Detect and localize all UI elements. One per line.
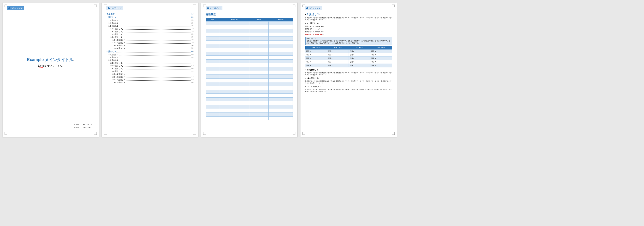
toc-entry[interactable]: 1.3.4.2 見出し 43↵: [106, 42, 194, 44]
page-3-history: Tのジレンマ 更新履歴 版数更新年月日更新者更新箇所: [201, 3, 297, 137]
table-row: [206, 22, 293, 25]
title-box: Example メインタイトル Exmple サブタイトル: [7, 51, 94, 74]
table-row: [206, 48, 293, 52]
heading-1: 1 見出し 1: [305, 13, 392, 16]
toc-entry[interactable]: 1.3.4.4 見出し 43↵: [106, 47, 194, 50]
logo-icon: [108, 7, 110, 9]
header-brand: Tのジレンマ: [206, 6, 222, 10]
page-number: 1: [149, 133, 150, 134]
toc-entry[interactable]: 2.3.4.2 見出し 44↵: [106, 76, 194, 78]
meta-table: 作成者T-のジレンマ 作成日2020.10.31: [72, 123, 94, 129]
toc-entry[interactable]: 2 見出し 14↵: [106, 50, 194, 53]
table-row: 項目 1項目 1項目 1項目 1: [305, 49, 392, 53]
toc-entry[interactable]: 更新履歴1↵: [106, 13, 194, 15]
sub-title: Exmple サブタイトル: [10, 64, 91, 68]
table-row: [206, 117, 293, 120]
toc-entry[interactable]: 1.3.2 見出し 32↵: [106, 30, 194, 33]
toc-entry[interactable]: 2.3 見出し 24↵: [106, 59, 194, 62]
table-row: [206, 79, 293, 82]
table-row: [206, 56, 293, 60]
toc-entry[interactable]: 1.3 見出し 22↵: [106, 25, 194, 27]
header-brand: Tのジレンマ: [106, 6, 123, 10]
toc-entry[interactable]: 1.3.4.1 見出し 42↵: [106, 39, 194, 41]
table-header: タイトル 2: [327, 46, 349, 50]
toc-entry[interactable]: 2.3.1 見出し 34↵: [106, 62, 194, 64]
table-row: [206, 82, 293, 86]
item-table: タイトル 1タイトル 2タイトル 3タイトル 4 項目 1項目 1項目 1項目 …: [305, 46, 392, 67]
toc-entry[interactable]: 2.2 見出し 24↵: [106, 56, 194, 59]
table-row: [206, 63, 293, 67]
table-row: [206, 98, 293, 101]
strong-text: 強調テキスト strong text: [305, 33, 392, 36]
toc-entry[interactable]: 2.3.2 見出し 34↵: [106, 65, 194, 67]
main-title: Example メインタイトル: [10, 57, 91, 63]
table-row: [206, 71, 293, 75]
toc-entry[interactable]: 2.3.3 見出し 34↵: [106, 67, 194, 70]
header-brand: Tのジレンマ: [7, 6, 24, 10]
table-row: [206, 101, 293, 105]
table-row: [206, 86, 293, 90]
toc-entry[interactable]: 2.1 見出し 24↵: [106, 53, 194, 56]
table-row: [206, 113, 293, 117]
table-header: 更新年月日: [220, 18, 249, 22]
table-row: [206, 60, 293, 63]
table-header: タイトル 3: [349, 46, 370, 50]
toc-entry[interactable]: 1 見出し 12↵: [106, 16, 194, 19]
table-row: 項目 3項目 3項目 3項目 3: [305, 56, 392, 60]
toc-entry[interactable]: 2.3.4.4 見出し 44↵: [106, 81, 194, 84]
page-1-cover: Tのジレンマ Example メインタイトル Exmple サブタイトル 作成者…: [3, 3, 99, 137]
toc-entry[interactable]: 1.3.4.3 見出し 43↵: [106, 44, 194, 47]
body-text: 日本語テストテキスト日本語テストテキスト日本語テストテキスト日本語テストテキスト…: [305, 80, 392, 84]
table-row: [206, 44, 293, 48]
logo-icon: [306, 7, 308, 9]
table-header: 更新者: [249, 18, 268, 22]
body-text: 日本語テストテキスト日本語テストテキスト日本語テストテキスト日本語テストテキスト…: [305, 72, 392, 76]
table-row: [206, 29, 293, 33]
table-row: [206, 52, 293, 56]
toc: 更新履歴1↵1 見出し 12↵1.1 見出し 22↵1.2 見出し 22↵1.3…: [106, 13, 194, 84]
table-row: [206, 37, 293, 41]
table-row: [206, 109, 293, 113]
history-table: 版数更新年月日更新者更新箇所: [206, 18, 293, 120]
toc-entry[interactable]: 2.3.4.1 見出し 44↵: [106, 73, 194, 76]
header-brand: Tのジレンマ: [305, 6, 322, 10]
standard-text: 標準テキスト example text: [305, 25, 392, 27]
standard-text: 標準テキスト example text: [305, 28, 392, 30]
toc-entry[interactable]: 1.1 見出し 22↵: [106, 19, 194, 22]
logo-icon: [207, 7, 209, 9]
table-row: [206, 41, 293, 44]
table-row: 項目 5項目 5項目 5項目 5: [305, 64, 392, 67]
page-number: 2: [391, 133, 392, 134]
heading-3: 1.2.1 見出し 3: [305, 77, 392, 80]
table-header: 更新箇所: [268, 18, 293, 22]
toc-entry[interactable]: 1.3.3 見出し 32↵: [106, 33, 194, 36]
table-row: 項目 2項目 2項目 2項目 2: [305, 53, 392, 56]
toc-entry[interactable]: 1.3.4 見出し 32↵: [106, 36, 194, 39]
heading-2: 1.1 見出し 2: [305, 22, 392, 25]
table-row: [206, 75, 293, 79]
body-text: 日本語テストテキスト日本語テストテキスト日本語テストテキスト日本語テストテキスト…: [305, 88, 392, 93]
table-header: 版数: [206, 18, 220, 22]
table-row: [206, 94, 293, 98]
page-4-content: Tのジレンマ 1 見出し 1 日本語テストテキスト日本語テストテキスト日本語テス…: [300, 3, 397, 137]
body-text: 日本語テストテキスト日本語テストテキスト日本語テストテキスト日本語テストテキスト…: [305, 17, 392, 21]
page-2-toc: Tのジレンマ 更新履歴1↵1 見出し 12↵1.1 見出し 22↵1.2 見出し…: [102, 3, 198, 137]
table-row: 項目 4項目 4項目 4項目 4: [305, 60, 392, 64]
quote-block: 参考 URL： これは引用文です。これは引用文です。これは引用文です。これは引用…: [305, 37, 392, 45]
table-row: [206, 105, 293, 109]
heading-4: 1.2.1.1 見出し 4: [305, 85, 392, 88]
toc-entry[interactable]: 1.3.1 見出し 32↵: [106, 28, 194, 30]
table-row: [206, 67, 293, 71]
table-row: [206, 33, 293, 37]
toc-entry[interactable]: 2.3.4 見出し 34↵: [106, 70, 194, 73]
history-title: 更新履歴: [206, 13, 293, 17]
table-header: タイトル 1: [305, 46, 327, 50]
standard-text: 標準テキスト example text: [305, 31, 392, 33]
toc-entry[interactable]: 2.3.4.3 見出し 44↵: [106, 79, 194, 81]
table-row: [206, 25, 293, 29]
toc-entry[interactable]: 1.2 見出し 22↵: [106, 22, 194, 25]
heading-2: 1.2 見出し 2: [305, 68, 392, 71]
table-row: [206, 90, 293, 94]
table-header: タイトル 4: [370, 46, 392, 50]
logo-icon: [8, 7, 10, 9]
